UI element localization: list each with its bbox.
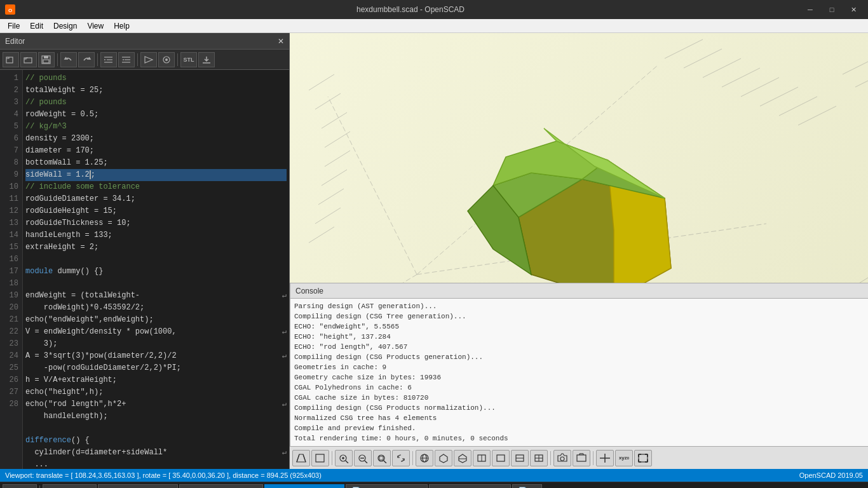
console-line: CGAL Polyhedrons in cache: 6 (294, 383, 864, 393)
toolbar-unindent-btn[interactable] (118, 52, 135, 67)
vp-view-top-btn[interactable] (435, 450, 452, 466)
toolbar-render-btn[interactable] (158, 52, 175, 67)
toolbar-save-btn[interactable] (38, 52, 55, 67)
vp-perspective-btn[interactable] (292, 450, 310, 466)
vp-sep-2 (412, 451, 413, 465)
start-button[interactable]: ⊞ Start (3, 484, 37, 489)
svg-line-50 (318, 189, 344, 205)
console-header: Console (290, 283, 868, 299)
svg-line-51 (315, 208, 341, 224)
console-line: Total rendering time: 0 hours, 0 minutes… (294, 433, 864, 444)
menu-edit[interactable]: Edit (25, 20, 48, 32)
vp-zoom-in-btn[interactable] (335, 450, 353, 466)
console-line: ECHO: "rod length", 407.567 (294, 342, 864, 352)
app-icon: O (5, 4, 15, 15)
code-content[interactable]: // poundstotalWeight = 25;// poundsrodWe… (23, 70, 289, 469)
toolbar-redo-btn[interactable] (78, 52, 95, 67)
toolbar-sep-4 (177, 53, 178, 66)
svg-line-49 (322, 170, 347, 186)
console-line: Geometries in cache: 9 (294, 362, 864, 372)
taskbar-chrome[interactable]: ◎ C:\Users\alexand... (98, 484, 179, 489)
editor-header: Editor ✕ (0, 33, 289, 50)
console-line: CGAL cache size in bytes: 810720 (294, 393, 864, 403)
taskbar-sep-1 (39, 485, 40, 489)
vp-view-bottom-btn[interactable] (454, 450, 471, 466)
toolbar-preview-btn[interactable] (140, 52, 157, 67)
toolbar-export-btn[interactable] (198, 52, 215, 67)
menu-file[interactable]: File (3, 20, 25, 32)
toolbar-sep-2 (97, 53, 98, 66)
taskbar-openscad[interactable]: ▣ hexdumbbell.sca... (264, 484, 344, 489)
vp-zoom-fit-btn[interactable] (373, 450, 391, 466)
editor-toolbar: STL (0, 50, 289, 70)
taskbar-other[interactable]: 📄 ... (512, 484, 542, 489)
vp-screenshot-btn[interactable] (573, 450, 590, 466)
svg-line-45 (315, 93, 341, 109)
svg-line-30 (843, 58, 868, 74)
svg-line-28 (779, 97, 817, 116)
svg-rect-6 (43, 60, 49, 63)
code-editor[interactable]: 12345 678910 1112131415 16171819 202122 … (0, 70, 289, 469)
close-button[interactable]: ✕ (844, 3, 863, 16)
vp-view-right-btn[interactable] (530, 450, 548, 466)
vp-orthographic-btn[interactable] (311, 450, 329, 466)
vp-scale-btn[interactable]: xyz0 (615, 450, 633, 466)
svg-line-22 (665, 39, 703, 58)
toolbar-sep-3 (137, 53, 138, 66)
vp-fit-btn[interactable] (634, 450, 652, 466)
svg-rect-3 (24, 58, 32, 63)
menu-help[interactable]: Help (109, 20, 135, 32)
vp-view-left-btn[interactable] (511, 450, 529, 466)
svg-line-29 (798, 106, 836, 125)
svg-line-26 (741, 78, 779, 97)
toolbar-new-btn[interactable] (3, 52, 19, 67)
svg-line-44 (309, 74, 334, 90)
console-line: ECHO: "endWeight", 5.5565 (294, 322, 864, 332)
menu-view[interactable]: View (82, 20, 109, 32)
console-line: Compiling design (CSG Products normaliza… (294, 403, 864, 413)
vp-view-back-btn[interactable] (492, 450, 510, 466)
window-title: hexdumbbell.scad - OpenSCAD (20, 5, 801, 14)
vp-zoom-out-btn[interactable] (354, 450, 372, 466)
svg-rect-79 (379, 456, 383, 460)
minimize-button[interactable]: ─ (801, 3, 820, 16)
vp-view-all-btn[interactable] (416, 450, 433, 466)
vp-axes-btn[interactable] (596, 450, 614, 466)
svg-line-48 (325, 151, 350, 166)
toolbar-sep-1 (57, 53, 58, 66)
vp-reset-btn[interactable] (392, 450, 410, 466)
svg-rect-95 (577, 455, 586, 461)
menu-bar: File Edit Design View Help (0, 19, 868, 33)
menu-design[interactable]: Design (48, 20, 82, 32)
maximize-button[interactable]: □ (822, 3, 841, 16)
editor-close-icon[interactable]: ✕ (278, 37, 284, 46)
svg-rect-69 (316, 454, 324, 462)
viewport[interactable]: Y X Z (290, 33, 868, 469)
line-numbers: 12345 678910 1112131415 16171819 202122 … (0, 70, 23, 469)
taskbar-calculator[interactable]: 🖩 Calculator (43, 484, 97, 489)
status-bar: Viewport: translate = [ 108.24,3.65,163.… (0, 469, 868, 482)
editor-label: Editor (5, 37, 25, 46)
taskbar-explorer[interactable]: 📁 C:\Users\alexand... (179, 484, 263, 489)
taskbar-notepad[interactable]: 📄 *C:\Users\alexan... (346, 484, 428, 489)
svg-rect-101 (639, 454, 648, 462)
3d-shape (417, 65, 722, 306)
taskbar-word[interactable]: W Project Editor - In... (429, 484, 510, 489)
toolbar-stl-btn[interactable]: STL (180, 52, 197, 67)
svg-line-27 (760, 87, 798, 106)
console-line: Normalized CSG tree has 4 elements (294, 413, 864, 423)
vp-sep-3 (550, 451, 551, 465)
vp-camera-btn[interactable] (553, 450, 571, 466)
svg-line-67 (297, 454, 299, 462)
toolbar-indent-btn[interactable] (100, 52, 117, 67)
toolbar-open-btn[interactable] (20, 52, 37, 67)
svg-line-47 (325, 132, 350, 147)
title-bar: O hexdumbbell.scad - OpenSCAD ─ □ ✕ (0, 0, 868, 19)
vp-view-front-btn[interactable] (473, 450, 491, 466)
console-label: Console (295, 287, 323, 295)
svg-text:O: O (8, 8, 12, 13)
console-line: ECHO: "height", 137.284 (294, 332, 864, 342)
svg-rect-2 (6, 57, 13, 63)
toolbar-undo-btn[interactable] (60, 52, 77, 67)
svg-line-52 (309, 227, 334, 243)
